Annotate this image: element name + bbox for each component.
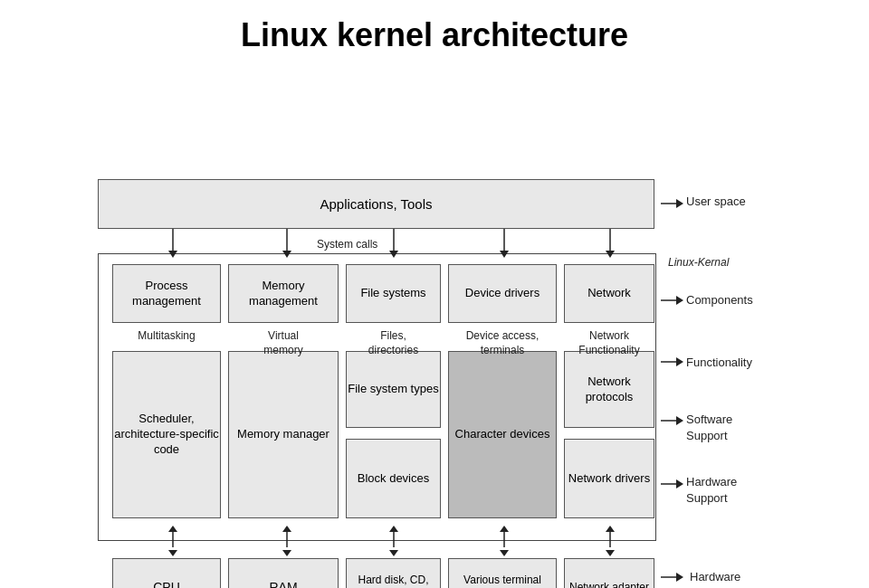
svg-marker-36 xyxy=(606,550,615,556)
multitasking-label: Multitasking xyxy=(112,329,221,342)
device-access-label: Device access,terminals xyxy=(448,329,557,357)
character-devices-box: Character devices xyxy=(448,351,557,518)
network-functionality-label: NetworkFunctionality xyxy=(564,329,654,357)
block-devices-box: Block devices xyxy=(346,439,441,518)
network-protocols-box: Network protocols xyxy=(564,351,654,428)
network-box: Network xyxy=(564,264,654,323)
svg-marker-33 xyxy=(500,550,509,556)
svg-marker-15 xyxy=(676,416,683,425)
files-directories-label: Files,directories xyxy=(346,329,441,357)
virtual-memory-label: Virtualmemory xyxy=(228,329,339,357)
memory-manager-box: Memory manager xyxy=(228,351,339,518)
user-space-label: User space xyxy=(686,194,746,208)
system-calls-label: System calls xyxy=(317,238,377,251)
svg-marker-21 xyxy=(676,573,683,582)
svg-marker-27 xyxy=(282,550,291,556)
svg-marker-13 xyxy=(676,357,683,366)
memory-management-box: Memory management xyxy=(228,264,339,323)
ram-box: RAM xyxy=(228,558,339,588)
file-systems-box: File systems xyxy=(346,264,441,323)
hardware-label: Hardware xyxy=(690,570,740,583)
fs-types-box: File system types xyxy=(346,351,441,428)
hardware-support-label: HardwareSupport xyxy=(686,474,737,507)
software-support-label: SoftwareSupport xyxy=(686,412,732,444)
linux-kernel-label: Linux-Kernal xyxy=(668,256,729,269)
svg-marker-24 xyxy=(168,550,177,556)
harddisk-box: Hard disk, CD, Floppy disk xyxy=(346,558,441,588)
device-drivers-box: Device drivers xyxy=(448,264,557,323)
network-adapter-box: Network adapter xyxy=(564,558,654,588)
svg-marker-30 xyxy=(389,550,398,556)
functionality-label: Functionality xyxy=(686,356,752,369)
svg-marker-19 xyxy=(676,199,683,208)
svg-marker-17 xyxy=(676,479,683,488)
svg-marker-11 xyxy=(676,296,683,305)
components-label: Components xyxy=(686,293,753,307)
scheduler-box: Scheduler, architecture-specific code xyxy=(112,351,221,518)
cpu-box: CPU xyxy=(112,558,221,588)
applications-box: Applications, Tools xyxy=(98,179,654,229)
page: Linux kernel architecture xyxy=(0,0,869,588)
terminal-box: Various terminal equipment xyxy=(448,558,557,588)
page-title: Linux kernel architecture xyxy=(0,0,869,63)
process-management-box: Process management xyxy=(112,264,221,323)
network-drivers-box: Network drivers xyxy=(564,439,654,518)
